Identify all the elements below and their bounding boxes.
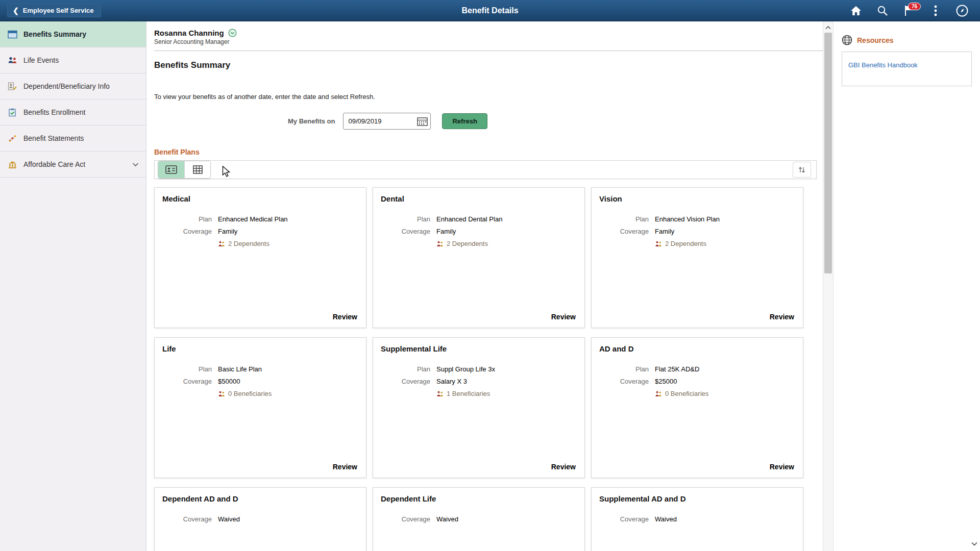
- coverage-label: Coverage: [373, 228, 430, 235]
- benefit-plans-section-title: Benefit Plans: [154, 148, 817, 156]
- employee-job-title: Senior Accounting Manager: [154, 38, 817, 45]
- sort-button[interactable]: [793, 162, 811, 178]
- navbar-button[interactable]: [951, 2, 973, 19]
- employee-name: Rosanna Channing: [154, 29, 224, 37]
- review-link[interactable]: Review: [770, 463, 794, 471]
- related-actions-icon: [228, 29, 237, 37]
- plan-label: Plan: [373, 215, 430, 223]
- card-view-icon: [165, 165, 177, 174]
- sidebar-item-benefits-enrollment[interactable]: Benefits Enrollment: [0, 99, 146, 126]
- application-window: ❮ Employee Self Service Benefit Details …: [0, 0, 980, 551]
- main-content: Rosanna Channing Senior Accounting Manag…: [146, 21, 823, 551]
- coverage-value: Family: [218, 228, 366, 235]
- instruction-text: To view your benefits as of another date…: [154, 93, 817, 101]
- view-toolbar: [154, 160, 817, 179]
- refresh-button[interactable]: Refresh: [442, 113, 487, 129]
- coverage-label: Coverage: [155, 515, 212, 523]
- sidebar-item-dependent-beneficiary-info[interactable]: Dependent/Beneficiary Info: [0, 73, 146, 99]
- card-dependent-ad-and-d: Dependent AD and D CoverageWaived Review: [154, 487, 366, 551]
- members-count: 0 Beneficiaries: [228, 390, 272, 397]
- affordable-care-act-icon: [7, 160, 17, 169]
- plan-value: Flat 25K AD&D: [655, 365, 803, 373]
- coverage-label: Coverage: [592, 378, 649, 385]
- notification-badge: 76: [908, 3, 921, 10]
- review-link[interactable]: Review: [551, 463, 576, 471]
- navbar-compass-icon: [955, 4, 969, 17]
- sidebar-item-life-events[interactable]: Life Events: [0, 47, 146, 73]
- chevron-down-icon: [132, 161, 139, 168]
- benefits-handbook-link[interactable]: GBI Benefits Handbook: [848, 61, 918, 69]
- members-count: 2 Dependents: [447, 240, 488, 247]
- benefits-summary-icon: [7, 30, 17, 39]
- plan-value: Suppl Group Life 3x: [436, 365, 584, 373]
- search-icon: [876, 5, 889, 17]
- review-link[interactable]: Review: [333, 463, 357, 471]
- scrollbar-thumb[interactable]: [824, 33, 832, 273]
- plan-label: Plan: [373, 365, 430, 373]
- search-button[interactable]: [872, 2, 893, 19]
- grid-view-toggle[interactable]: [184, 161, 210, 178]
- plan-label: Plan: [592, 365, 649, 373]
- coverage-label: Coverage: [592, 228, 649, 235]
- sidebar-item-label: Benefits Enrollment: [23, 108, 85, 116]
- sidebar-item-label: Affordable Care Act: [23, 160, 85, 168]
- related-actions-button[interactable]: [228, 29, 237, 37]
- plan-label: Plan: [592, 215, 649, 223]
- actions-menu-button[interactable]: [925, 2, 946, 19]
- scroll-up-arrow[interactable]: [823, 24, 833, 31]
- benefit-statements-icon: [7, 134, 17, 143]
- back-chevron-icon: ❮: [13, 7, 19, 14]
- card-title: Life: [155, 338, 366, 353]
- coverage-value: Salary X 3: [436, 378, 584, 385]
- sidebar-item-affordable-care-act[interactable]: Affordable Care Act: [0, 152, 146, 178]
- plan-value: Enhanced Vision Plan: [655, 215, 803, 223]
- plan-value: Basic Life Plan: [218, 365, 366, 373]
- card-vision: Vision PlanEnhanced Vision Plan Coverage…: [591, 187, 803, 328]
- content-scrollbar[interactable]: [823, 21, 834, 551]
- header-actions: 76: [845, 2, 973, 19]
- beneficiaries-icon: [218, 391, 225, 397]
- benefit-plans-grid: Medical PlanEnhanced Medical Plan Covera…: [154, 187, 817, 551]
- coverage-value: Waived: [655, 515, 803, 523]
- divider: [154, 51, 823, 51]
- coverage-value: Waived: [218, 515, 366, 523]
- card-title: Vision: [592, 188, 803, 203]
- card-title: AD and D: [592, 338, 803, 353]
- card-medical: Medical PlanEnhanced Medical Plan Covera…: [154, 187, 366, 328]
- page-scroll-down-arrow[interactable]: [971, 540, 977, 548]
- calendar-icon: [417, 116, 428, 126]
- members-count: 2 Dependents: [665, 240, 706, 247]
- benefits-summary-heading: Benefits Summary: [154, 60, 817, 70]
- dependents-icon: [655, 241, 662, 247]
- sidebar-item-benefits-summary[interactable]: Benefits Summary: [0, 21, 146, 47]
- globe-icon: [842, 35, 852, 45]
- home-button[interactable]: [845, 2, 867, 19]
- grid-view-icon: [193, 165, 203, 174]
- card-life: Life PlanBasic Life Plan Coverage$50000 …: [154, 337, 366, 478]
- card-title: Dependent Life: [373, 488, 584, 503]
- coverage-label: Coverage: [155, 228, 212, 235]
- members-count: 2 Dependents: [228, 240, 270, 247]
- card-title: Dependent AD and D: [155, 488, 366, 503]
- beneficiaries-icon: [436, 391, 444, 397]
- sidebar-item-label: Life Events: [23, 56, 59, 64]
- coverage-value: Family: [436, 228, 584, 235]
- review-link[interactable]: Review: [551, 313, 576, 321]
- review-link[interactable]: Review: [770, 313, 794, 321]
- notifications-button[interactable]: 76: [898, 2, 920, 19]
- back-button[interactable]: ❮ Employee Self Service: [7, 4, 101, 17]
- plan-value: Enhanced Medical Plan: [218, 215, 366, 223]
- review-link[interactable]: Review: [333, 313, 357, 321]
- left-navigation: Benefits Summary Life Events Dependent/B…: [0, 21, 146, 551]
- card-supplemental-life: Supplemental Life PlanSuppl Group Life 3…: [373, 337, 585, 478]
- sidebar-item-benefit-statements[interactable]: Benefit Statements: [0, 126, 146, 152]
- home-icon: [850, 5, 862, 16]
- top-header-bar: ❮ Employee Self Service Benefit Details …: [0, 0, 980, 21]
- calendar-picker-button[interactable]: [417, 116, 428, 128]
- sort-icon: [798, 166, 806, 174]
- dependent-beneficiary-icon: [7, 82, 17, 91]
- card-dependent-life: Dependent Life CoverageWaived Review: [373, 487, 585, 551]
- benefits-date-row: My Benefits on Refresh: [288, 113, 817, 130]
- coverage-value: $50000: [218, 378, 366, 385]
- card-view-toggle[interactable]: [158, 161, 184, 178]
